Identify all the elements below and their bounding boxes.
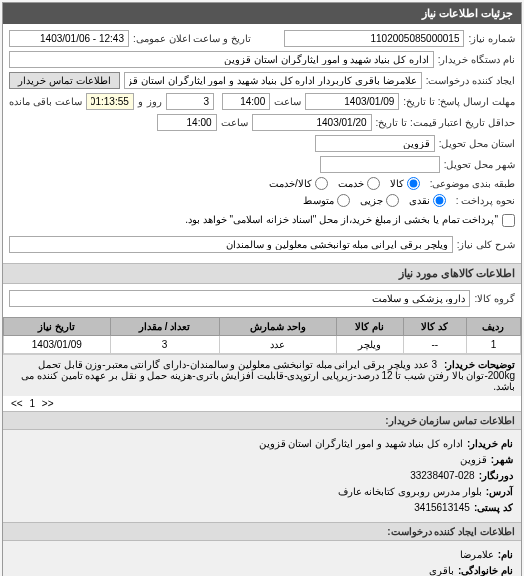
radio-service[interactable]: خدمت	[338, 177, 380, 190]
radio-both-label: کالا/خدمت	[269, 178, 312, 189]
th-date: تاریخ نیاز	[4, 318, 111, 336]
cell-date: 1403/01/09	[4, 336, 111, 354]
goods-group-label: گروه کالا:	[474, 293, 515, 304]
validity-date-input[interactable]	[252, 114, 372, 131]
req-fname-value: علامرضا	[460, 547, 494, 563]
org-post-value: 3415613145	[414, 500, 470, 516]
th-qty: تعداد / مقدار	[110, 318, 219, 336]
cell-name: ویلچر	[336, 336, 403, 354]
radio-service-label: خدمت	[338, 178, 364, 189]
time-label-2: ساعت	[221, 117, 248, 128]
th-row: ردیف	[466, 318, 520, 336]
org-city-value: قزوین	[460, 452, 487, 468]
th-code: کد کالا	[403, 318, 466, 336]
remaining-label: ساعت باقی مانده	[9, 96, 82, 107]
radio-goods-label: کالا	[390, 178, 404, 189]
announce-dt-label: تاریخ و ساعت اعلان عمومی:	[133, 33, 251, 44]
goods-group-input[interactable]	[9, 290, 470, 307]
buyer-device-input[interactable]	[9, 51, 434, 68]
radio-medium-label: متوسط	[303, 195, 334, 206]
table-header-row: ردیف کد کالا نام کالا واحد شمارش تعداد /…	[4, 318, 521, 336]
org-name-value: اداره کل بنیاد شهید و امور ایثارگران است…	[259, 436, 463, 452]
org-addr-label: آدرس:	[486, 484, 513, 500]
province-input[interactable]	[315, 135, 435, 152]
radio-both[interactable]: کالا/خدمت	[269, 177, 328, 190]
org-post-label: کد پستی:	[474, 500, 513, 516]
cell-qty: 3	[110, 336, 219, 354]
time-label-1: ساعت	[274, 96, 301, 107]
payment-note-checkbox[interactable]	[502, 214, 515, 227]
org-fax-label: دورنگار:	[479, 468, 513, 484]
payment-label: نحوه پرداخت :	[456, 195, 515, 206]
need-no-input[interactable]	[284, 30, 464, 47]
goods-table: ردیف کد کالا نام کالا واحد شمارش تعداد /…	[3, 317, 521, 354]
pager: << 1 >>	[3, 396, 521, 411]
buyer-desc-label: توضیحات خریدار:	[444, 359, 515, 370]
send-deadline-label: مهلت ارسال پاسخ: تا تاریخ:	[403, 96, 515, 107]
announce-dt-input[interactable]	[9, 30, 129, 47]
radio-cash-label: نقدی	[409, 195, 430, 206]
org-city-label: شهر:	[491, 452, 513, 468]
radio-goods[interactable]: کالا	[390, 177, 420, 190]
th-unit: واحد شمارش	[219, 318, 336, 336]
org-contact-section: اطلاعات تماس سازمان خریدار:	[3, 411, 521, 430]
day-label: روز	[147, 96, 162, 107]
buyer-desc-text: 3 عدد ویلچر برقی ایرانی مبله توانبخشی مع…	[21, 359, 515, 392]
need-no-label: شماره نیاز:	[468, 33, 515, 44]
radio-medium[interactable]: متوسط	[303, 194, 350, 207]
table-row[interactable]: 1 -- ویلچر عدد 3 1403/01/09	[4, 336, 521, 354]
org-addr-value: بلوار مدرس روبروی کتابخانه عارف	[338, 484, 482, 500]
req-lname-value: باقری	[429, 563, 454, 576]
radio-partial[interactable]: جزیی	[360, 194, 399, 207]
req-lname-label: نام خانوادگی:	[458, 563, 513, 576]
org-fax-value: 33238407-028	[410, 468, 475, 484]
pager-prev[interactable]: <<	[11, 398, 23, 409]
req-contact-section: اطلاعات ایجاد کننده درخواست:	[3, 522, 521, 541]
request-creator-label: ایجاد کننده درخواست:	[426, 75, 515, 86]
send-deadline-time-input[interactable]	[222, 93, 270, 110]
remaining-days-input	[166, 93, 214, 110]
request-creator-input[interactable]	[124, 72, 422, 89]
radio-partial-label: جزیی	[360, 195, 383, 206]
buyer-contact-button[interactable]: اطلاعات تماس خریدار	[9, 72, 120, 89]
radio-cash[interactable]: نقدی	[409, 194, 446, 207]
city-label: شهر محل تحویل:	[444, 159, 515, 170]
send-deadline-date-input[interactable]	[305, 93, 399, 110]
payment-note-text: "پرداخت تمام یا بخشی از مبلغ خرید،از محل…	[185, 214, 498, 225]
remaining-time-input	[86, 93, 134, 110]
cell-unit: عدد	[219, 336, 336, 354]
need-title-label: شرح کلی نیاز:	[457, 239, 515, 250]
pager-page-1[interactable]: 1	[29, 398, 35, 409]
th-name: نام کالا	[336, 318, 403, 336]
panel-title: جزئیات اطلاعات نیاز	[3, 3, 521, 24]
goods-info-section: اطلاعات کالاهای مورد نیاز	[3, 263, 521, 284]
need-group-label: طبقه بندی موضوعی:	[430, 178, 515, 189]
pager-next[interactable]: >>	[42, 398, 54, 409]
cell-code: --	[403, 336, 466, 354]
cell-row: 1	[466, 336, 520, 354]
validity-time-input[interactable]	[157, 114, 217, 131]
need-title-input[interactable]	[9, 236, 453, 253]
org-name-label: نام خریدار:	[467, 436, 513, 452]
city-input[interactable]	[320, 156, 440, 173]
validity-label: حداقل تاریخ اعتبار قیمت: تا تاریخ:	[376, 117, 515, 128]
and-label: و	[138, 96, 143, 107]
province-label: استان محل تحویل:	[439, 138, 515, 149]
buyer-device-label: نام دستگاه خریدار:	[438, 54, 515, 65]
req-fname-label: نام:	[498, 547, 513, 563]
